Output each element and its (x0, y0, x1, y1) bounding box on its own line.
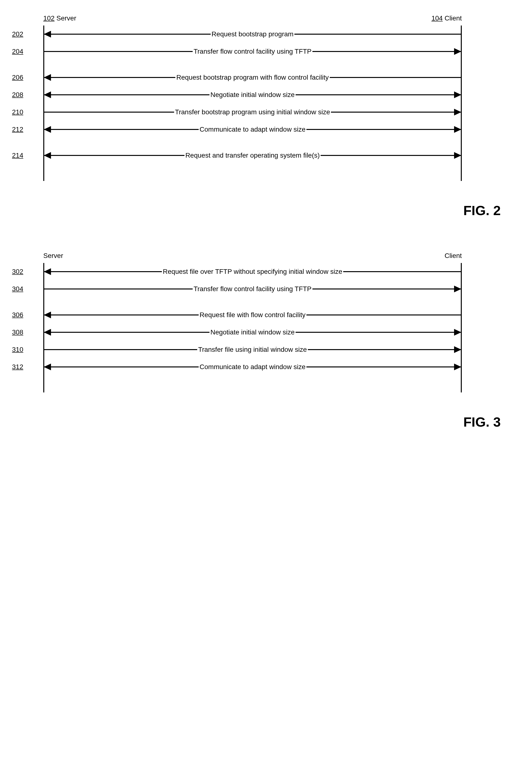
sequence-lane: Request bootstrap program Transfer flow … (43, 25, 462, 181)
figure-2: 102 Server 104 Client 202 204 206 208 21… (12, 14, 520, 218)
message-text: Transfer flow control facility using TFT… (193, 48, 312, 55)
message-row: Request file over TFTP without specifyin… (43, 263, 462, 280)
message-row: Transfer flow control facility using TFT… (43, 43, 462, 60)
step-ref: 212 (12, 121, 43, 138)
message-row: Transfer bootstrap program using initial… (43, 103, 462, 121)
sequence-header: Server Client (43, 252, 462, 261)
message-row: Communicate to adapt window size (43, 121, 462, 138)
sequence-body: 302 304 306 308 310 312 Request file ove… (12, 263, 520, 393)
client-label: 104 Client (431, 14, 462, 22)
message-text: Request file over TFTP without specifyin… (162, 268, 343, 275)
step-ref: 312 (12, 358, 43, 375)
client-text: Client (444, 14, 462, 22)
step-ref: 202 (12, 25, 43, 43)
step-ref: 310 (12, 341, 43, 358)
sequence-lane: Request file over TFTP without specifyin… (43, 263, 462, 393)
step-column: 302 304 306 308 310 312 (12, 263, 43, 375)
figure-caption: FIG. 3 (12, 414, 501, 430)
message-row: Transfer file using initial window size (43, 341, 462, 358)
message-row: Request and transfer operating system fi… (43, 147, 462, 164)
sequence-body: 202 204 206 208 210 212 214 Request boot… (12, 25, 520, 181)
server-text: Server (43, 252, 63, 259)
message-text: Request file with flow control facility (199, 311, 306, 319)
message-text: Request bootstrap program (211, 30, 295, 38)
client-ref: 104 (431, 14, 443, 22)
message-row: Negotiate initial window size (43, 86, 462, 103)
figure-3: Server Client 302 304 306 308 310 312 Re… (12, 252, 520, 430)
message-text: Negotiate initial window size (209, 91, 296, 99)
client-label: Client (444, 252, 462, 260)
step-ref: 206 (12, 69, 43, 86)
message-row: Request bootstrap program with flow cont… (43, 69, 462, 86)
message-text: Transfer file using initial window size (197, 346, 308, 353)
message-text: Request and transfer operating system fi… (184, 152, 321, 159)
message-text: Communicate to adapt window size (199, 126, 306, 133)
message-row: Request file with flow control facility (43, 306, 462, 323)
message-row: Negotiate initial window size (43, 323, 462, 341)
message-row: Communicate to adapt window size (43, 358, 462, 375)
message-text: Transfer flow control facility using TFT… (193, 285, 312, 293)
message-text: Transfer bootstrap program using initial… (174, 108, 331, 116)
step-column: 202 204 206 208 210 212 214 (12, 25, 43, 164)
message-text: Communicate to adapt window size (199, 363, 306, 371)
server-label: Server (43, 252, 63, 260)
step-ref: 210 (12, 103, 43, 121)
message-row: Transfer flow control facility using TFT… (43, 280, 462, 298)
step-ref: 214 (12, 147, 43, 164)
server-label: 102 Server (43, 14, 76, 22)
step-ref: 304 (12, 280, 43, 298)
step-ref: 302 (12, 263, 43, 280)
message-row: Request bootstrap program (43, 25, 462, 43)
message-text: Request bootstrap program with flow cont… (175, 74, 329, 81)
sequence-header: 102 Server 104 Client (43, 14, 462, 24)
server-text: Server (57, 14, 76, 22)
step-ref: 306 (12, 306, 43, 323)
step-ref: 308 (12, 323, 43, 341)
step-ref: 204 (12, 43, 43, 60)
figure-caption: FIG. 2 (12, 203, 501, 218)
message-text: Negotiate initial window size (209, 328, 296, 336)
step-ref: 208 (12, 86, 43, 103)
server-ref: 102 (43, 14, 55, 22)
client-text: Client (444, 252, 462, 259)
